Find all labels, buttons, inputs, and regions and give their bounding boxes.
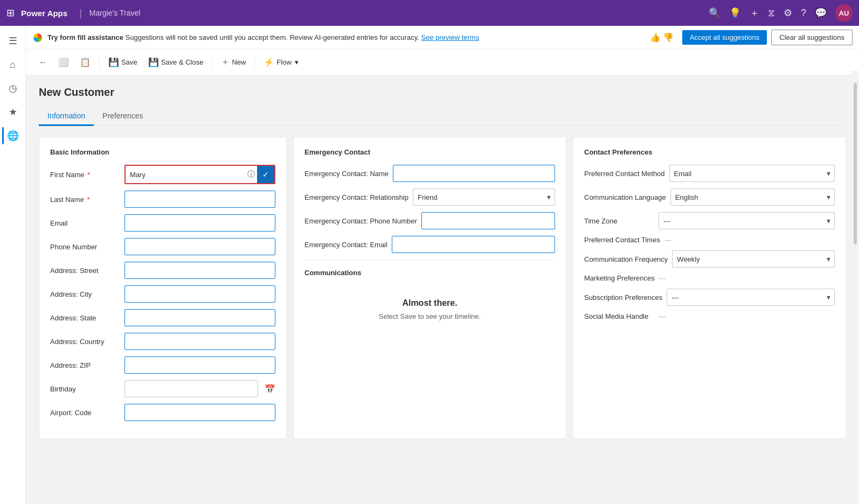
social-value: --- [659, 312, 666, 320]
user-avatar[interactable]: AU [835, 4, 853, 22]
clear-all-button[interactable]: Clear all suggestions [771, 30, 853, 45]
ms-colorful-icon [32, 32, 43, 43]
back-arrow-icon: ← [39, 58, 47, 67]
emergency-title: Emergency Contact [304, 148, 555, 156]
sidebar-item-menu[interactable]: ☰ [2, 30, 24, 52]
emergency-name-row: Emergency Contact: Name Sarah Davis [304, 165, 555, 182]
birthday-input[interactable]: --- [124, 380, 258, 397]
state-row: Address: State Washington [50, 309, 275, 326]
scrollbar-thumb[interactable] [854, 83, 857, 244]
relationship-select[interactable]: Friend Family Colleague [413, 188, 555, 206]
thumbs-down-icon[interactable]: 👎 [663, 32, 674, 43]
sidebar-item-globe[interactable]: 🌐 [2, 125, 24, 146]
thumbs-up-icon[interactable]: 👍 [650, 32, 661, 43]
grid-icon[interactable]: ⊞ [6, 7, 15, 19]
frequency-select[interactable]: Weekly Daily Monthly [672, 250, 835, 268]
search-icon[interactable]: 🔍 [709, 7, 721, 19]
basic-info-panel: Basic Information First Name * ⓘ ✓ [39, 137, 287, 439]
tab-information[interactable]: Information [39, 107, 94, 126]
help-icon[interactable]: ? [801, 8, 806, 19]
street-input[interactable]: 1 Microsoft Way [124, 262, 275, 279]
language-row: Communication Language English Spanish F… [584, 188, 835, 206]
accept-check-button[interactable]: ✓ [257, 166, 274, 183]
state-input[interactable]: Washington [124, 309, 275, 326]
email-row: Email maryjohnson@contoso.com [50, 214, 275, 232]
airport-input[interactable]: SEA [124, 404, 275, 421]
restore-button[interactable]: ⬜ [54, 55, 73, 69]
language-select[interactable]: English Spanish French [670, 188, 835, 206]
preferred-method-select-wrapper: Email Phone SMS ▾ [669, 165, 835, 182]
marketing-label: Marketing Preferences [584, 274, 655, 282]
page-title: New Customer [39, 86, 846, 99]
marketing-value: --- [659, 274, 666, 282]
country-row: Address: Country USA [50, 333, 275, 350]
emergency-email-input[interactable]: sarah@contoso.com [392, 236, 555, 253]
copy-link-button[interactable]: 📋 [75, 55, 95, 69]
toolbar-separator-2 [212, 56, 212, 69]
save-button[interactable]: 💾 Save [104, 55, 142, 69]
city-input[interactable]: Redmond [124, 285, 275, 303]
subscription-select-wrapper: --- ▾ [667, 289, 835, 306]
timezone-select[interactable]: --- [659, 212, 835, 229]
page-content: New Customer Information Preferences Bas… [26, 75, 859, 450]
accept-all-button[interactable]: Accept all suggestions [682, 30, 767, 45]
sidebar-item-home[interactable]: ⌂ [2, 54, 24, 75]
add-icon[interactable]: ＋ [750, 6, 759, 19]
top-nav: ⊞ Power Apps | Margie's Travel 🔍 💡 ＋ ⧖ ⚙… [0, 0, 859, 26]
language-select-wrapper: English Spanish French ▾ [670, 188, 835, 206]
frequency-label: Communication Frequency [584, 255, 668, 263]
app-name: Power Apps [21, 9, 67, 18]
almost-there-desc: Select Save to see your timeline. [304, 312, 555, 320]
first-name-input[interactable] [126, 166, 245, 183]
last-name-label: Last Name * [50, 195, 120, 204]
subscription-row: Subscription Preferences --- ▾ [584, 289, 835, 306]
copy-icon: 📋 [80, 57, 91, 67]
phone-row: Phone Number +1 123 456 7890 [50, 238, 275, 255]
scrollbar[interactable] [851, 71, 859, 504]
country-input[interactable]: USA [124, 333, 275, 350]
chat-icon[interactable]: 💬 [815, 7, 827, 19]
preview-terms-link[interactable]: See preview terms [421, 33, 479, 41]
required-marker-2: * [87, 195, 90, 204]
filter-icon[interactable]: ⧖ [768, 8, 775, 19]
frequency-select-wrapper: Weekly Daily Monthly ▾ [672, 250, 835, 268]
country-label: Address: Country [50, 338, 120, 346]
back-button[interactable]: ← [34, 55, 52, 69]
zip-input[interactable]: 98052 [124, 356, 275, 374]
sidebar-item-pinned[interactable]: ★ [2, 101, 24, 123]
toolbar: ← ⬜ 📋 💾 Save 💾 Save & Close ＋ New ⚡ Flow… [26, 50, 859, 75]
new-button[interactable]: ＋ New [217, 54, 250, 70]
emergency-name-input[interactable]: Sarah Davis [393, 165, 555, 182]
preferred-times-label: Preferred Contact Times [584, 236, 660, 244]
birthday-label: Birthday [50, 385, 120, 393]
emergency-phone-input[interactable]: +1 000 000 0000 [421, 212, 555, 229]
timezone-select-wrapper: --- ▾ [659, 212, 835, 229]
street-label: Address: Street [50, 267, 120, 275]
settings-icon[interactable]: ⚙ [784, 7, 792, 19]
airport-row: Airport: Code SEA [50, 404, 275, 421]
info-icon[interactable]: ⓘ [245, 170, 257, 179]
basic-info-title: Basic Information [50, 148, 275, 156]
social-label: Social Media Handle [584, 312, 654, 320]
last-name-input[interactable]: Johnson [124, 191, 275, 208]
zip-label: Address: ZIP [50, 361, 120, 369]
first-name-input-wrapper: ⓘ ✓ [124, 165, 275, 184]
save-close-button[interactable]: 💾 Save & Close [144, 55, 208, 69]
subscription-select[interactable]: --- [667, 289, 835, 306]
phone-input[interactable]: +1 123 456 7890 [124, 238, 275, 255]
contact-prefs-panel: Contact Preferences Preferred Contact Me… [573, 137, 846, 439]
lightbulb-icon[interactable]: 💡 [729, 7, 741, 19]
tab-preferences[interactable]: Preferences [94, 107, 151, 126]
preferred-method-select[interactable]: Email Phone SMS [669, 165, 835, 182]
preferred-method-label: Preferred Contact Method [584, 170, 665, 178]
flow-button[interactable]: ⚡ Flow ▾ [259, 55, 302, 69]
flow-icon: ⚡ [264, 57, 274, 67]
calendar-icon[interactable]: 📅 [265, 384, 275, 394]
subscription-label: Subscription Preferences [584, 293, 662, 302]
almost-there-title: Almost there. [304, 298, 555, 308]
sidebar-item-recent[interactable]: ◷ [2, 78, 24, 99]
toolbar-separator-3 [254, 56, 255, 69]
save-icon: 💾 [108, 57, 119, 67]
email-input[interactable]: maryjohnson@contoso.com [124, 214, 275, 232]
city-row: Address: City Redmond [50, 285, 275, 303]
